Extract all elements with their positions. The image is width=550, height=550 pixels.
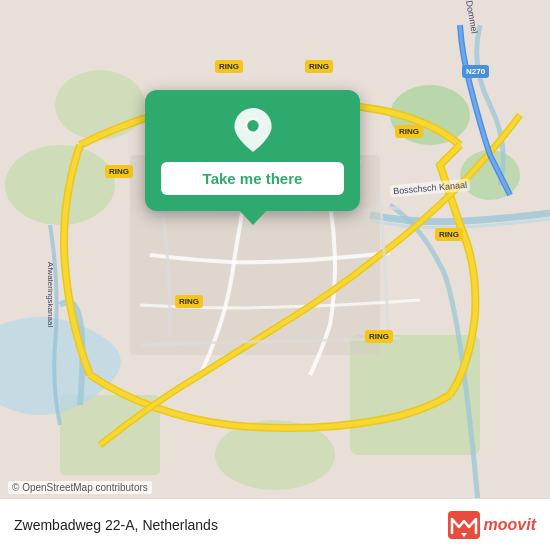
take-me-there-button[interactable]: Take me there: [161, 162, 344, 195]
svg-point-9: [246, 119, 260, 133]
ring-badge-5: RING: [175, 295, 203, 308]
ring-badge-1: RING: [105, 165, 133, 178]
address-text: Zwembadweg 22-A, Netherlands: [14, 517, 218, 533]
map-svg: [0, 0, 550, 550]
ring-badge-6: RING: [365, 330, 393, 343]
svg-point-2: [55, 70, 145, 140]
location-popup: Take me there: [145, 90, 360, 211]
ring-badge-2: RING: [215, 60, 243, 73]
ring-badge-4: RING: [395, 125, 423, 138]
ring-badge-3: RING: [305, 60, 333, 73]
bottom-bar: Zwembadweg 22-A, Netherlands moovit: [0, 498, 550, 550]
copyright-text: © OpenStreetMap contributors: [8, 481, 152, 494]
moovit-logo: moovit: [448, 511, 536, 539]
moovit-m-icon: [448, 511, 480, 539]
afwateringskanaal-label: Afwateringskanaal: [46, 262, 55, 327]
moovit-text: moovit: [484, 516, 536, 534]
n270-badge: N270: [462, 65, 489, 78]
map-container: RING RING RING RING RING RING RING N270 …: [0, 0, 550, 550]
ring-badge-7: RING: [435, 228, 463, 241]
svg-point-1: [5, 145, 115, 225]
pin-icon: [231, 108, 275, 152]
